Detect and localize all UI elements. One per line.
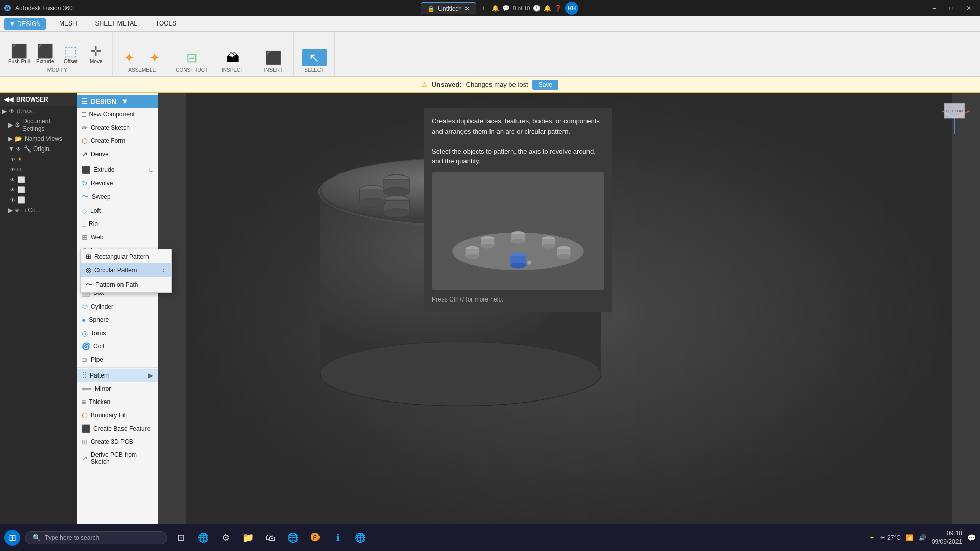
- save-button[interactable]: Save: [532, 80, 558, 90]
- doc-icon: ⚙: [15, 121, 20, 129]
- menu-mirror[interactable]: ⟺ Mirror: [77, 382, 158, 395]
- ribbon-pushpull-button[interactable]: ⬛ Push Pull: [6, 42, 32, 66]
- taskbar-search[interactable]: 🔍 Type here to search: [24, 531, 167, 544]
- ribbon-construct-btn1[interactable]: ⊟: [180, 49, 204, 66]
- ribbon-assemble-btn2[interactable]: ✦: [142, 49, 167, 66]
- cylinder-label: Cylinder: [91, 303, 113, 310]
- ribbon-tab-sheet-metal[interactable]: SHEET METAL: [90, 18, 142, 30]
- menu-create-3dpcb[interactable]: ⊞ Create 3D PCB: [77, 435, 158, 448]
- sidebar-item-c1[interactable]: 👁 ✦: [0, 154, 77, 164]
- sidebar-item-c4[interactable]: 👁 ⬜: [0, 185, 77, 195]
- submenu-circular[interactable]: ◎ Circular Pattern ⋮: [81, 263, 172, 277]
- sidebar-item-origin[interactable]: ▼ 👁 🔧 Origin: [0, 144, 77, 154]
- notification-icon[interactable]: 💬: [967, 534, 976, 542]
- menu-create-sketch[interactable]: ✏ Create Sketch: [77, 121, 158, 134]
- torus-icon: ◎: [82, 329, 88, 337]
- menu-web[interactable]: ⊞ Web: [77, 231, 158, 244]
- windows-taskbar: ⊞ 🔍 Type here to search ⊡ 🌐 ⚙ 📁 🛍 🌐 🅐 ℹ …: [0, 524, 980, 551]
- viewport[interactable]: BOTTOM Creates duplicate faces, features…: [158, 93, 980, 540]
- menu-derive-pcb[interactable]: ↗ Derive PCB from Sketch: [77, 448, 158, 468]
- body3-icon: ⬜: [17, 196, 25, 204]
- ribbon-offset-button[interactable]: ⬚ Offset: [58, 42, 83, 66]
- ribbon-select-btn1[interactable]: ↖: [302, 49, 327, 66]
- design-tab[interactable]: ▼ DESIGN: [4, 18, 46, 30]
- taskbar-fusion-icon[interactable]: 🅐: [306, 529, 325, 547]
- sidebar-item-arrow[interactable]: ▶ 👁 (Unsa...: [0, 106, 77, 116]
- browser-collapse-icon[interactable]: ◀◀: [4, 96, 13, 103]
- menu-pattern[interactable]: ⠿ Pattern ▶: [77, 369, 158, 382]
- menu-revolve[interactable]: ↻ Revolve: [77, 177, 158, 190]
- rect-pattern-icon: ⊞: [86, 253, 91, 260]
- menu-loft[interactable]: ◇ Loft: [77, 204, 158, 217]
- tab-close-icon[interactable]: ✕: [464, 5, 470, 12]
- thicken-label: Thicken: [89, 398, 110, 406]
- close-button[interactable]: ✕: [962, 3, 976, 13]
- sidebar-item-co[interactable]: ▶ 👁 □ Co...: [0, 205, 77, 215]
- sidebar-item-c5[interactable]: 👁 ⬜: [0, 195, 77, 205]
- tab-add-icon[interactable]: +: [479, 5, 488, 12]
- design-menu-header[interactable]: ☰ DESIGN ▼: [77, 95, 158, 108]
- ribbon-assemble-buttons: ✦ ✦: [117, 49, 167, 66]
- rib-label: Rib: [89, 220, 98, 228]
- user-avatar[interactable]: KH: [565, 2, 578, 15]
- taskbar-clock[interactable]: 09:18 09/09/2021: [932, 529, 962, 546]
- eye10-icon: 👁: [15, 208, 20, 213]
- insert1-icon: ⬛: [265, 51, 282, 64]
- maximize-button[interactable]: □: [944, 3, 959, 13]
- taskbar-edge-icon[interactable]: 🌐: [194, 529, 212, 547]
- taskbar-chrome-icon[interactable]: 🌐: [284, 529, 302, 547]
- sidebar-item-named[interactable]: ▶ 📂 Named Views: [0, 134, 77, 144]
- menu-derive[interactable]: ↗ Derive: [77, 147, 158, 161]
- windows-start-button[interactable]: ⊞: [4, 530, 20, 546]
- menu-sphere[interactable]: ● Sphere: [77, 313, 158, 327]
- menu-sep3: [77, 367, 158, 368]
- tab-clock-icon[interactable]: 🕐: [533, 5, 541, 12]
- menu-boundary-fill[interactable]: ⬡ Boundary Fill: [77, 409, 158, 422]
- sidebar-item-c3[interactable]: 👁 ⬜: [0, 174, 77, 185]
- ribbon-extrude2-button[interactable]: ⬛ Extrude: [33, 42, 57, 66]
- taskbar-store-icon[interactable]: 🛍: [261, 529, 280, 547]
- nav-cube[interactable]: BOTTOM: [934, 98, 975, 139]
- menu-coil[interactable]: 🌀 Coil: [77, 340, 158, 353]
- expand5-icon: ▶: [8, 207, 13, 214]
- taskbar-settings2-icon[interactable]: ⚙: [216, 529, 235, 547]
- menu-new-component[interactable]: □ New Component: [77, 108, 158, 121]
- menu-create-base[interactable]: ⬛ Create Base Feature: [77, 422, 158, 435]
- menu-extrude[interactable]: ⬛ Extrude E: [77, 163, 158, 177]
- submenu-rectangular[interactable]: ⊞ Rectangular Pattern: [81, 249, 172, 263]
- expand2-icon: ▶: [8, 121, 13, 129]
- ribbon-assemble-btn1[interactable]: ✦: [117, 49, 141, 66]
- menu-create-form[interactable]: ⬡ Create Form: [77, 134, 158, 147]
- ribbon-tab-tools[interactable]: TOOLS: [151, 18, 181, 30]
- ribbon-move-button[interactable]: ✛ Move: [84, 42, 108, 66]
- tab-lock-icon: 🔒: [427, 5, 435, 12]
- sound-icon: 🔊: [919, 534, 926, 541]
- menu-cylinder[interactable]: ⬭ Cylinder: [77, 299, 158, 313]
- sidebar-item-doc[interactable]: ▶ ⚙ Document Settings: [0, 116, 77, 134]
- tab-bell-icon[interactable]: 🔔: [492, 5, 499, 12]
- more-options-icon[interactable]: ⋮: [161, 267, 166, 273]
- tab-notification-icon[interactable]: 🔔: [544, 5, 551, 12]
- ribbon-inspect-btn1[interactable]: 🏔: [220, 49, 245, 66]
- minimize-button[interactable]: –: [927, 3, 941, 13]
- taskbar-chrome2-icon[interactable]: 🌐: [351, 529, 370, 547]
- tab-help-icon[interactable]: ❓: [554, 5, 562, 12]
- menu-sweep[interactable]: 〜 Sweep: [77, 190, 158, 204]
- eye7-icon: 👁: [10, 177, 15, 183]
- ribbon-insert-btn1[interactable]: ⬛: [261, 49, 286, 66]
- thicken-icon: ≡: [82, 398, 86, 406]
- menu-rib[interactable]: ⟂ Rib: [77, 217, 158, 231]
- tab-comment-icon[interactable]: 💬: [502, 5, 510, 12]
- cylinder-icon: ⬭: [82, 302, 88, 311]
- taskbar-ie-icon[interactable]: ℹ: [329, 529, 347, 547]
- taskbar-taskview-icon[interactable]: ⊡: [172, 529, 190, 547]
- tab-untitled[interactable]: 🔒 Untitled* ✕: [421, 2, 475, 14]
- taskbar-folder-icon[interactable]: 📁: [239, 529, 257, 547]
- submenu-pattern-path[interactable]: 〜 Pattern on Path: [81, 277, 172, 292]
- menu-torus[interactable]: ◎ Torus: [77, 327, 158, 340]
- menu-thicken[interactable]: ≡ Thicken: [77, 395, 158, 409]
- ribbon-tab-mesh[interactable]: MESH: [54, 18, 82, 30]
- mirror-icon: ⟺: [82, 385, 92, 393]
- sidebar-item-c2[interactable]: 👁 □: [0, 164, 77, 174]
- menu-pipe[interactable]: ⊃ Pipe: [77, 353, 158, 366]
